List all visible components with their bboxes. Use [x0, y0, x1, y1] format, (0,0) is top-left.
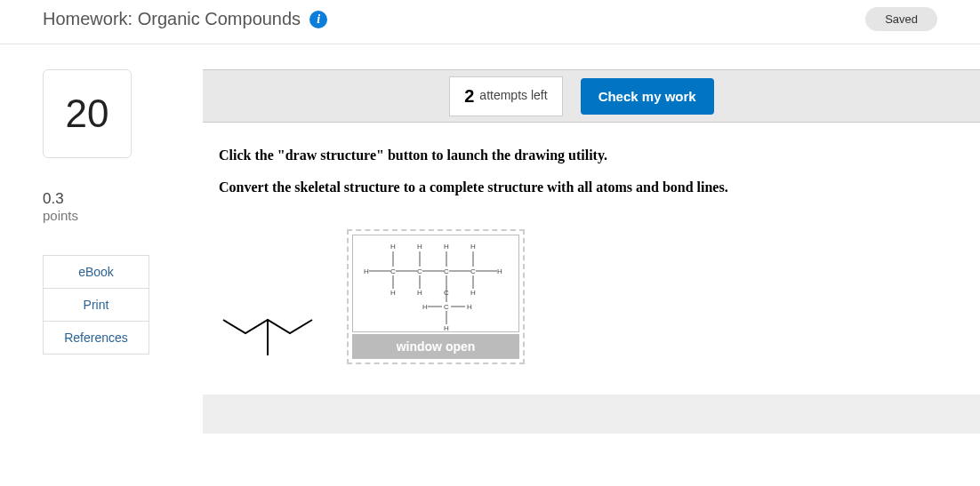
footer-bar — [203, 394, 980, 434]
instruction-line-1: Click the "draw structure" button to lau… — [219, 147, 964, 163]
points-value: 0.3 — [43, 190, 149, 208]
saved-status-pill: Saved — [865, 7, 937, 31]
instruction-line-2: Convert the skeletal structure to a comp… — [219, 179, 964, 195]
assignment-title: Homework: Organic Compounds — [43, 9, 301, 29]
resource-links: eBook Print References — [43, 255, 149, 355]
check-my-work-button[interactable]: Check my work — [581, 78, 714, 115]
points-label: points — [43, 208, 149, 223]
question-number-box: 20 — [43, 69, 132, 158]
print-link[interactable]: Print — [44, 289, 149, 322]
references-link[interactable]: References — [44, 322, 149, 354]
question-toolbar: 2 attempts left Check my work — [203, 69, 980, 123]
structure-canvas[interactable]: H C C C C H H H H H H H C H C H H — [352, 235, 519, 332]
attempts-indicator: 2 attempts left — [449, 76, 562, 116]
info-icon[interactable]: i — [309, 11, 327, 28]
attempts-label: attempts left — [476, 88, 547, 102]
attempts-count: 2 — [464, 86, 474, 106]
skeletal-structure-icon — [219, 293, 325, 364]
structure-draw-widget[interactable]: H C C C C H H H H H H H C H C H H — [347, 229, 525, 364]
ebook-link[interactable]: eBook — [44, 256, 149, 289]
window-open-label: window open — [352, 334, 519, 359]
